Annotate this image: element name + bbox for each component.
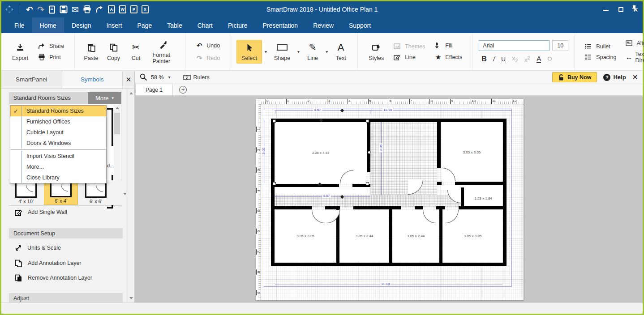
symbol-6x6[interactable]: 6' x 6' [79, 180, 113, 205]
library-title[interactable]: Standard Rooms Sizes [9, 92, 88, 104]
shape-tool-button[interactable]: Shape [270, 40, 295, 63]
units-scale-button[interactable]: Units & Scale [1, 243, 122, 253]
add-single-wall-button[interactable]: Add Single Wall [1, 207, 122, 217]
symbol-4x10[interactable]: 4' x 10' [9, 180, 43, 205]
close-document-icon[interactable]: ✕ [632, 73, 638, 81]
library-more-button[interactable]: More▾ [88, 92, 121, 104]
scroll-down-icon[interactable] [128, 295, 134, 302]
library-menu-item-standard-rooms-sizes[interactable]: ✓Standard Rooms Sizes [10, 106, 106, 116]
zoom-dropdown-arrow[interactable]: ▾ [167, 75, 172, 80]
section-adjust[interactable]: Adjust [9, 293, 123, 303]
section-document-setup[interactable]: Document Setup [9, 228, 123, 238]
library-menu-item-more-[interactable]: More... [10, 162, 106, 172]
symbol-button[interactable]: Ω [547, 55, 552, 63]
format-painter-button[interactable]: Format Painter [148, 37, 179, 66]
menu-item-chart[interactable]: Chart [190, 17, 220, 33]
tab-symbols[interactable]: Symbols [62, 71, 123, 88]
powerpoint-export-icon[interactable]: P [130, 5, 137, 13]
menu-item-support[interactable]: Support [341, 17, 378, 33]
scroll-up-icon[interactable] [128, 90, 134, 97]
menu-item-file[interactable]: File [7, 17, 32, 33]
symbol-6x4[interactable]: 6' x 4' [44, 180, 78, 205]
drawing-page[interactable]: 0123456789101112 123456789 3.05 x 4.573.… [256, 99, 524, 300]
menu-item-design[interactable]: Design [64, 17, 99, 33]
spacing-button[interactable]: Spacing [585, 54, 616, 60]
drawing-canvas[interactable]: 0123456789101112 123456789 3.05 x 4.573.… [135, 96, 643, 302]
export-button[interactable]: Export [8, 40, 33, 63]
undo-button[interactable]: ↶Undo [195, 42, 220, 50]
menu-item-home[interactable]: Home [32, 17, 64, 33]
selection-handle[interactable] [366, 182, 369, 185]
print-button[interactable]: Print [38, 54, 64, 60]
superscript-button[interactable]: x2 [524, 55, 530, 64]
text-direction-button[interactable]: ↔Text Direction [626, 51, 644, 64]
library-menu-item-furnished-offices[interactable]: Furnished Offices [10, 116, 106, 127]
maximize-button[interactable] [618, 6, 623, 13]
print-icon[interactable] [83, 5, 91, 13]
panel-scrollbar[interactable] [127, 89, 134, 302]
zoom-level[interactable]: 58 % [151, 74, 164, 81]
selection-handle[interactable] [366, 119, 369, 123]
menu-item-table[interactable]: Table [159, 17, 189, 33]
undo-icon[interactable]: ↶ [26, 5, 33, 14]
menu-item-picture[interactable]: Picture [220, 17, 255, 33]
excel-export-icon[interactable]: X [142, 5, 149, 13]
select-tool-button[interactable]: Select [236, 40, 262, 64]
align-button[interactable]: Align [626, 40, 644, 47]
minimize-button[interactable] [603, 6, 609, 13]
library-menu-item-doors-windows[interactable]: Doors & Windows [10, 138, 106, 149]
buy-now-button[interactable]: Buy Now [552, 72, 597, 82]
font-color-button[interactable]: A [537, 55, 541, 63]
shape-dropdown-arrow[interactable]: ▾ [296, 49, 301, 54]
menu-item-presentation[interactable]: Presentation [255, 17, 306, 33]
paste-button[interactable]: Paste [81, 40, 102, 63]
tab-smartpanel[interactable]: SmartPanel [1, 71, 62, 88]
redo-button[interactable]: ↷Redo [195, 54, 220, 62]
page-tab[interactable]: Page 1 [135, 84, 173, 95]
underline-button[interactable]: U [501, 55, 506, 63]
panel-close-icon[interactable]: ✕ [123, 71, 134, 88]
rulers-toggle[interactable]: Rulers [183, 74, 210, 81]
remove-annotation-layer-button[interactable]: Remove Annotation Layer [1, 273, 122, 283]
copy-button[interactable]: Copy [103, 40, 124, 63]
line-style-button[interactable]: Line [394, 54, 425, 60]
text-tool-button[interactable]: A Text [331, 40, 351, 63]
bold-button[interactable]: B [481, 55, 487, 63]
subscript-button[interactable]: x2 [512, 55, 518, 63]
cut-button[interactable]: ✂ Cut [126, 40, 146, 63]
redo-icon[interactable]: ↷ [37, 5, 44, 14]
font-family-input[interactable] [479, 40, 550, 51]
add-page-button[interactable]: + [179, 86, 187, 94]
zoom-magnifier-icon[interactable] [140, 73, 147, 81]
selection-handle[interactable] [273, 119, 276, 123]
select-dropdown-arrow[interactable]: ▾ [264, 49, 268, 54]
fill-button[interactable]: Fill [434, 42, 462, 49]
menu-item-review[interactable]: Review [305, 17, 341, 33]
save-icon[interactable] [60, 5, 68, 13]
menu-item-page[interactable]: Page [130, 17, 160, 33]
menu-item-insert[interactable]: Insert [99, 17, 130, 33]
share-button[interactable]: Share [38, 43, 64, 49]
partial-symbol[interactable] [107, 108, 113, 146]
line-dropdown-arrow[interactable]: ▾ [325, 49, 329, 54]
effects-button[interactable]: ★Effects [434, 53, 462, 61]
help-button[interactable]: ? Help [603, 74, 626, 81]
pdf-export-icon[interactable]: A [108, 5, 115, 13]
scroll-thumb[interactable] [114, 113, 120, 134]
add-annotation-layer-button[interactable]: Add Annotation Layer [1, 258, 122, 268]
email-icon[interactable]: ✉ [72, 5, 79, 14]
library-menu-item-close-library[interactable]: Close Library [10, 172, 106, 183]
library-menu-item-cubicle-layout[interactable]: Cubicle Layout [10, 127, 106, 138]
italic-button[interactable]: / [493, 55, 495, 63]
themes-button[interactable]: Themes [394, 43, 425, 50]
new-document-icon[interactable] [48, 5, 56, 14]
font-size-input[interactable] [552, 40, 568, 51]
word-export-icon[interactable]: W [119, 5, 126, 13]
selection-handle[interactable] [273, 182, 276, 185]
rotation-handle[interactable] [368, 151, 371, 154]
bullet-button[interactable]: Bullet [585, 43, 616, 50]
line-tool-button[interactable]: ✎ Line [302, 40, 323, 63]
scroll-up-icon[interactable] [114, 105, 120, 111]
styles-button[interactable]: Styles [364, 40, 388, 63]
share-export-icon[interactable] [95, 5, 104, 13]
